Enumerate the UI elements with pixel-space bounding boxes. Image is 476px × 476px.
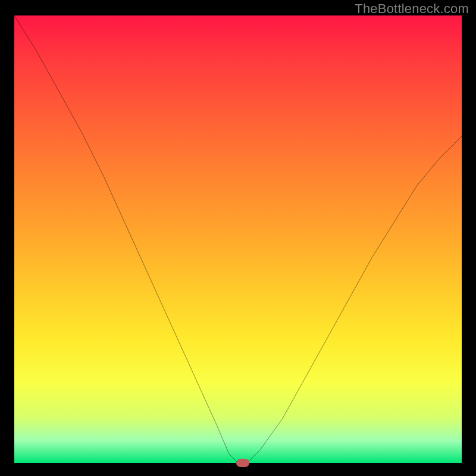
watermark-text: TheBottleneck.com	[355, 1, 469, 17]
optimal-point-marker	[236, 459, 249, 467]
bottleneck-curve	[14, 15, 462, 463]
plot-area	[14, 15, 462, 463]
chart-frame: TheBottleneck.com	[0, 0, 476, 476]
